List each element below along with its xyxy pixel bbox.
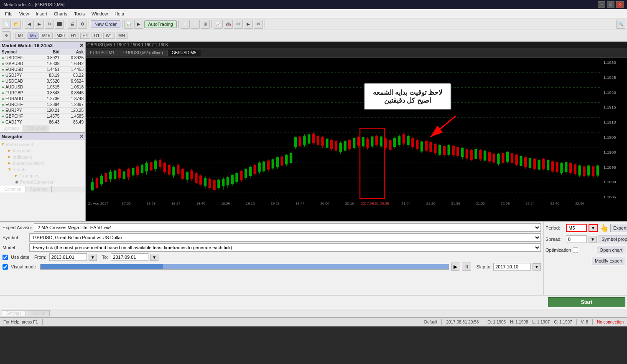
svg-text:22:08: 22:08 bbox=[501, 201, 510, 205]
navigator-close[interactable]: ✕ bbox=[79, 134, 84, 139]
period-d1[interactable]: D1 bbox=[92, 33, 102, 39]
autotrading-button[interactable]: AutoTrading bbox=[144, 20, 177, 28]
close-button[interactable]: ✕ bbox=[616, 1, 624, 8]
skip-to-input[interactable] bbox=[493, 263, 531, 270]
ea-dropdown[interactable]: 2 MA Crosses Mega filter EA V1.ex4 bbox=[34, 223, 541, 232]
expert-properties-button[interactable]: Expert properties bbox=[610, 224, 627, 232]
forward-button[interactable]: ▶ bbox=[35, 20, 44, 29]
menu-help[interactable]: Help bbox=[111, 9, 127, 18]
zoom-out-btn[interactable]: − bbox=[191, 20, 200, 29]
period-m5[interactable]: M5 bbox=[28, 33, 38, 39]
market-watch-row[interactable]: ●EURJPY 120.21 120.25 bbox=[0, 108, 85, 114]
status-sep5 bbox=[592, 319, 593, 325]
minimize-button[interactable]: ─ bbox=[598, 1, 605, 8]
to-date-btn[interactable]: ▼ bbox=[150, 254, 158, 261]
chart-tab-gbpusd-m5[interactable]: GBPUSD,M5 bbox=[168, 50, 201, 56]
indicator-btn[interactable]: 📈 bbox=[214, 20, 223, 29]
from-date-btn[interactable]: ▼ bbox=[89, 254, 97, 261]
chart-type-btn[interactable]: 📊 bbox=[124, 20, 133, 29]
back-button[interactable]: ◀ bbox=[25, 20, 34, 29]
crosshair-btn[interactable]: ✛ bbox=[2, 31, 11, 40]
nav-indicators[interactable]: ▸ Indicators bbox=[0, 154, 85, 160]
nav-period-converter[interactable]: ◆ PeriodConverter bbox=[0, 179, 85, 185]
new-order-button[interactable]: New Order bbox=[91, 20, 120, 28]
spread-dropdown-btn[interactable]: ▼ bbox=[589, 236, 597, 243]
market-watch-row[interactable]: ●CADJPY 86.43 86.49 bbox=[0, 119, 85, 125]
menu-file[interactable]: File bbox=[2, 9, 16, 18]
settings-tab[interactable]: Settings bbox=[2, 310, 26, 316]
chart-grid-btn[interactable]: ⊞ bbox=[201, 20, 210, 29]
market-watch-row[interactable]: ●USDJPY 83.19 83.22 bbox=[0, 73, 85, 78]
autotrading-on[interactable]: ▶ bbox=[134, 20, 143, 29]
refresh-button[interactable]: ↻ bbox=[45, 20, 54, 29]
model-dropdown[interactable]: Every tick (the most precise method base… bbox=[29, 243, 541, 252]
menu-tools[interactable]: Tools bbox=[71, 9, 88, 18]
period-dropdown-btn[interactable]: ▼ bbox=[589, 224, 598, 232]
nav-tab-favorites[interactable]: Favorites bbox=[26, 186, 52, 192]
svg-rect-75 bbox=[235, 173, 238, 182]
period-h4[interactable]: H4 bbox=[80, 33, 91, 39]
menu-view[interactable]: View bbox=[16, 9, 33, 18]
nav-accounts[interactable]: ▸ Accounts bbox=[0, 147, 85, 154]
search-btn[interactable]: 🔍 bbox=[616, 20, 625, 29]
symbol-properties-button[interactable]: Symbol properties bbox=[599, 235, 627, 243]
zoom-in-btn[interactable]: + bbox=[181, 20, 190, 29]
stop-button[interactable]: ⬛ bbox=[55, 20, 64, 29]
properties-button[interactable]: ⚙ bbox=[78, 20, 87, 29]
spread-input[interactable] bbox=[566, 235, 587, 243]
new-button[interactable]: 📄 bbox=[2, 20, 11, 29]
market-watch-row[interactable]: ●USDCAD 0.9620 0.9624 bbox=[0, 78, 85, 84]
period-m1[interactable]: M1 bbox=[15, 33, 26, 39]
market-watch-row[interactable]: ●EURUSD 1.4451 1.4453 bbox=[0, 67, 85, 73]
market-watch-row[interactable]: ●GBPCHF 1.4575 1.4585 bbox=[0, 114, 85, 119]
optimization-checkbox[interactable] bbox=[573, 248, 578, 253]
svg-rect-115 bbox=[326, 139, 328, 148]
to-input[interactable] bbox=[111, 253, 148, 261]
nav-tab-common[interactable]: Common bbox=[0, 186, 26, 192]
period-m15[interactable]: M15 bbox=[40, 33, 53, 39]
menu-window[interactable]: Window bbox=[88, 9, 111, 18]
from-input[interactable] bbox=[49, 253, 87, 261]
mw-close[interactable]: ✕ bbox=[79, 43, 84, 48]
market-watch-row[interactable]: ●EURGBP 0.8843 0.8846 bbox=[0, 90, 85, 96]
symbol-dropdown[interactable]: GBPUSD, Great Britain Pound vs US Dollar bbox=[29, 233, 541, 242]
nav-examples[interactable]: ▸ Examples bbox=[0, 172, 85, 179]
settings-btn[interactable]: ⚙ bbox=[234, 20, 243, 29]
period-mn[interactable]: MN bbox=[116, 33, 127, 39]
tab-tick-chart[interactable]: Tick Chart bbox=[23, 125, 49, 132]
mail-btn[interactable]: ✉ bbox=[254, 20, 263, 29]
pause-button[interactable]: ⏸ bbox=[462, 263, 471, 271]
market-watch-row[interactable]: ●USDCHF 0.8921 0.8925 bbox=[0, 55, 85, 61]
mw-dot: ● bbox=[2, 61, 4, 66]
period-w1[interactable]: W1 bbox=[103, 33, 115, 39]
ea-btn[interactable]: 🤖 bbox=[224, 20, 233, 29]
chart-tab-eurusd-m1[interactable]: EURUSD,M1 bbox=[86, 50, 119, 56]
menu-insert[interactable]: Insert bbox=[32, 9, 51, 18]
market-watch-row[interactable]: ●GBPUSD 1.6339 1.6342 bbox=[0, 61, 85, 67]
use-date-checkbox[interactable] bbox=[3, 255, 8, 260]
play-button[interactable]: ▶ bbox=[451, 263, 459, 271]
period-m30[interactable]: M30 bbox=[54, 33, 67, 39]
market-watch-row[interactable]: ●EURAUD 1.3736 1.3748 bbox=[0, 96, 85, 102]
journal-tab[interactable]: Journal bbox=[27, 310, 50, 316]
skip-date-btn[interactable]: ▼ bbox=[533, 263, 541, 270]
start-button[interactable]: Start bbox=[548, 297, 625, 307]
expert-btn[interactable]: ▶ bbox=[244, 20, 253, 29]
svg-rect-99 bbox=[290, 153, 292, 163]
market-watch-row[interactable]: ●AUDUSD 1.0515 1.0518 bbox=[0, 84, 85, 90]
open-button[interactable]: 📂 bbox=[12, 20, 21, 29]
visual-mode-checkbox[interactable] bbox=[3, 264, 8, 270]
nav-expert-advisors[interactable]: ▸ Expert Advisors bbox=[0, 160, 85, 166]
maximize-button[interactable]: □ bbox=[607, 1, 614, 8]
modify-expert-button[interactable]: Modify expert bbox=[592, 257, 625, 265]
nav-scripts[interactable]: ▾ Scripts bbox=[0, 166, 85, 172]
period-h1[interactable]: H1 bbox=[69, 33, 79, 39]
menu-charts[interactable]: Charts bbox=[51, 9, 71, 18]
print-button[interactable]: 🖨 bbox=[68, 20, 77, 29]
nav-metatrader4[interactable]: ▾ MetaTrader 4 bbox=[0, 141, 85, 147]
tab-symbols[interactable]: Symbols bbox=[0, 125, 23, 132]
period-input[interactable] bbox=[566, 224, 587, 232]
open-chart-button[interactable]: Open chart bbox=[597, 246, 625, 254]
market-watch-row[interactable]: ●EURCHF 1.2894 1.2897 bbox=[0, 102, 85, 108]
chart-tab-eurusd-m2[interactable]: EURUSD,M2 (offline) bbox=[119, 50, 168, 56]
